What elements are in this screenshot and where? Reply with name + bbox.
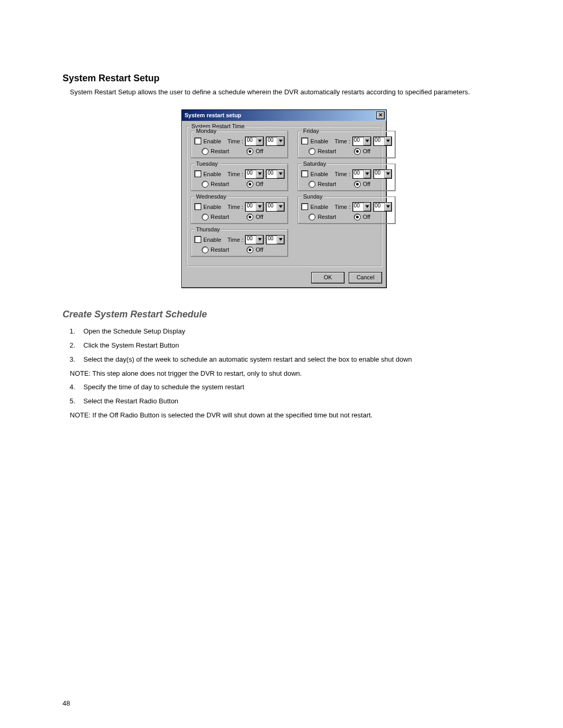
restart-label: Restart <box>211 246 229 253</box>
enable-checkbox[interactable] <box>301 170 308 177</box>
time-label: Time : <box>227 237 243 243</box>
restart-label: Restart <box>211 148 229 154</box>
enable-checkbox[interactable] <box>194 170 201 177</box>
svg-marker-5 <box>279 205 283 208</box>
restart-radio[interactable] <box>202 214 209 220</box>
svg-marker-8 <box>365 140 369 142</box>
off-radio[interactable] <box>247 181 253 188</box>
time-label: Time : <box>227 204 243 210</box>
chevron-down-icon[interactable] <box>277 137 284 145</box>
enable-checkbox[interactable] <box>301 138 308 144</box>
minute-select[interactable]: 00 <box>266 137 285 146</box>
day-legend: Saturday <box>301 161 327 167</box>
chevron-down-icon[interactable] <box>256 203 263 211</box>
restart-label: Restart <box>211 181 229 187</box>
chevron-down-icon[interactable] <box>363 203 371 211</box>
enable-label: Enable <box>203 204 221 210</box>
enable-checkbox[interactable] <box>194 236 201 243</box>
restart-radio[interactable] <box>309 214 315 220</box>
hour-select[interactable]: 00 <box>352 202 371 212</box>
hour-select[interactable]: 00 <box>352 169 371 179</box>
off-label: Off <box>255 246 263 253</box>
minute-select[interactable]: 00 <box>266 202 285 212</box>
svg-marker-6 <box>258 238 262 241</box>
day-group-friday: Friday Enable Time : 00 00 Restart Off <box>298 131 395 158</box>
minute-select[interactable]: 00 <box>266 235 285 244</box>
step-item: Click the System Restart Button <box>77 341 506 350</box>
off-label: Off <box>363 148 370 154</box>
svg-marker-9 <box>386 140 390 142</box>
hour-select[interactable]: 00 <box>245 137 264 146</box>
time-label: Time : <box>335 138 350 144</box>
chevron-down-icon[interactable] <box>384 203 391 211</box>
restart-radio[interactable] <box>309 181 315 188</box>
svg-marker-13 <box>386 205 390 208</box>
subsection-title: Create System Restart Schedule <box>63 309 506 320</box>
minute-select[interactable]: 00 <box>266 169 285 179</box>
chevron-down-icon[interactable] <box>277 203 284 211</box>
chevron-down-icon[interactable] <box>256 236 263 244</box>
svg-marker-10 <box>365 172 369 175</box>
off-radio[interactable] <box>354 148 361 155</box>
page-number: 48 <box>63 699 70 707</box>
restart-label: Restart <box>317 148 336 154</box>
dialog-title: System restart setup <box>185 112 241 118</box>
day-legend: Wednesday <box>194 193 228 200</box>
off-radio[interactable] <box>354 181 361 188</box>
step-item: Open the Schedule Setup Display <box>77 327 506 336</box>
chevron-down-icon[interactable] <box>363 137 371 145</box>
enable-checkbox[interactable] <box>194 138 201 144</box>
minute-select[interactable]: 00 <box>373 137 392 146</box>
chevron-down-icon[interactable] <box>277 236 284 244</box>
restart-radio[interactable] <box>202 148 209 155</box>
section-title: System Restart Setup <box>63 73 506 84</box>
day-legend: Friday <box>301 128 321 134</box>
hour-select[interactable]: 00 <box>245 235 264 244</box>
day-legend: Sunday <box>301 193 324 200</box>
hour-select[interactable]: 00 <box>245 169 264 179</box>
ok-button[interactable]: OK <box>311 272 345 283</box>
hour-select[interactable]: 00 <box>245 202 264 212</box>
day-group-thursday: Thursday Enable Time : 00 00 Restart Off <box>191 229 288 257</box>
restart-label: Restart <box>317 214 336 220</box>
minute-select[interactable]: 00 <box>373 169 392 179</box>
off-radio[interactable] <box>247 148 253 155</box>
chevron-down-icon[interactable] <box>256 137 263 145</box>
svg-marker-2 <box>258 172 262 175</box>
off-label: Off <box>363 181 370 187</box>
chevron-down-icon[interactable] <box>256 170 263 178</box>
minute-select[interactable]: 00 <box>373 202 392 212</box>
chevron-down-icon[interactable] <box>384 170 391 178</box>
enable-checkbox[interactable] <box>301 203 308 210</box>
svg-marker-7 <box>279 238 283 241</box>
restart-label: Restart <box>317 181 336 187</box>
off-radio[interactable] <box>247 246 253 253</box>
svg-marker-12 <box>365 205 369 208</box>
day-legend: Thursday <box>194 226 222 232</box>
chevron-down-icon[interactable] <box>363 170 371 178</box>
cancel-button[interactable]: Cancel <box>349 272 382 283</box>
svg-marker-4 <box>258 205 262 208</box>
time-label: Time : <box>335 171 350 177</box>
restart-radio[interactable] <box>202 181 209 188</box>
restart-radio[interactable] <box>202 246 209 253</box>
day-group-wednesday: Wednesday Enable Time : 00 00 Restart Of… <box>191 196 288 224</box>
close-icon[interactable]: ✕ <box>376 112 385 119</box>
day-group-saturday: Saturday Enable Time : 00 00 Restart Off <box>298 164 395 191</box>
restart-radio[interactable] <box>309 148 315 155</box>
chevron-down-icon[interactable] <box>384 137 391 145</box>
system-restart-dialog: System restart setup ✕ System Restart Ti… <box>181 109 387 288</box>
chevron-down-icon[interactable] <box>277 170 284 178</box>
hour-select[interactable]: 00 <box>352 137 371 146</box>
enable-label: Enable <box>310 204 328 210</box>
enable-checkbox[interactable] <box>194 203 201 210</box>
day-group-monday: Monday Enable Time : 00 00 Restart Off <box>191 131 288 158</box>
day-group-sunday: Sunday Enable Time : 00 00 Restart Off <box>298 196 395 224</box>
off-radio[interactable] <box>247 214 253 220</box>
off-radio[interactable] <box>354 214 361 220</box>
enable-label: Enable <box>310 138 328 144</box>
step-item: Select the Restart Radio Button <box>77 397 506 406</box>
off-label: Off <box>255 181 263 187</box>
enable-label: Enable <box>310 171 328 177</box>
intro-paragraph: System Restart Setup allows the user to … <box>70 88 506 97</box>
